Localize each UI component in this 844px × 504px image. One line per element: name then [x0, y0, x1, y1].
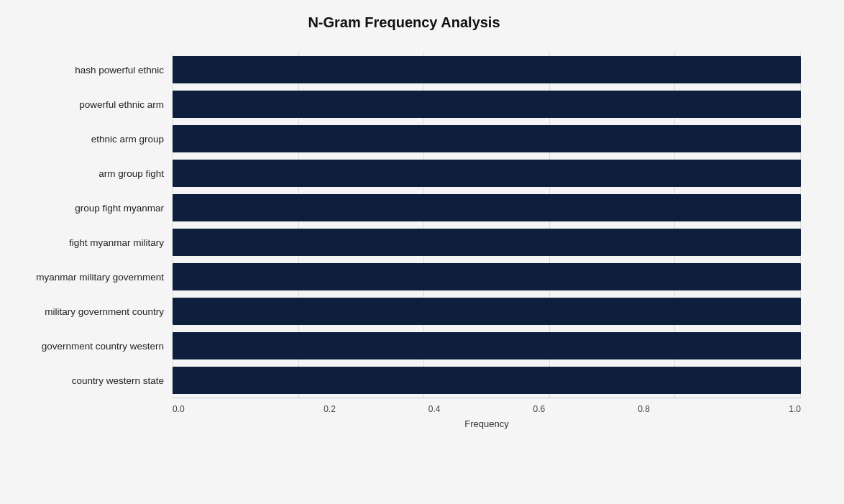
bars-section: hash powerful ethnicpowerful ethnic arme… — [7, 52, 801, 398]
bar-fill — [173, 125, 801, 152]
bar-track — [173, 298, 801, 325]
x-axis: 0.00.20.40.60.81.0 — [173, 398, 801, 414]
x-tick: 0.8 — [592, 404, 697, 414]
bar-row: group fight myanmar — [7, 191, 801, 225]
chart-container: N-Gram Frequency Analysis hash powerful … — [0, 0, 844, 504]
bar-row: arm group fight — [7, 156, 801, 191]
bar-label: powerful ethnic arm — [7, 99, 173, 110]
bar-label: group fight myanmar — [7, 203, 173, 214]
bar-track — [173, 367, 801, 394]
x-tick: 0.4 — [382, 404, 487, 414]
bar-row: fight myanmar military — [7, 225, 801, 260]
bar-label: fight myanmar military — [7, 237, 173, 248]
bar-row: ethnic arm group — [7, 122, 801, 156]
bar-track — [173, 160, 801, 187]
bar-label: arm group fight — [7, 168, 173, 179]
bar-fill — [173, 263, 801, 290]
bar-row: military government country — [7, 294, 801, 329]
bar-label: hash powerful ethnic — [7, 65, 173, 75]
bar-fill — [173, 194, 801, 221]
x-axis-label: Frequency — [173, 418, 801, 429]
bar-label: ethnic arm group — [7, 134, 173, 145]
bar-label: myanmar military government — [7, 272, 173, 283]
bar-row: government country western — [7, 329, 801, 363]
bar-row: myanmar military government — [7, 260, 801, 294]
bar-label: country western state — [7, 375, 173, 386]
bar-fill — [173, 298, 801, 325]
bar-fill — [173, 229, 801, 256]
bar-fill — [173, 332, 801, 359]
bar-row: country western state — [7, 363, 801, 398]
bar-fill — [173, 91, 801, 118]
bar-track — [173, 91, 801, 118]
x-tick: 1.0 — [696, 404, 801, 414]
x-tick: 0.6 — [487, 404, 592, 414]
bar-track — [173, 229, 801, 256]
bar-track — [173, 263, 801, 290]
bar-label: military government country — [7, 306, 173, 317]
x-tick: 0.0 — [173, 404, 277, 414]
bar-track — [173, 194, 801, 221]
x-tick: 0.2 — [277, 404, 382, 414]
chart-area: hash powerful ethnicpowerful ethnic arme… — [7, 52, 801, 427]
bar-fill — [173, 160, 801, 187]
bar-track — [173, 332, 801, 359]
bar-fill — [173, 56, 801, 83]
bar-track — [173, 125, 801, 152]
bar-row: hash powerful ethnic — [7, 52, 801, 87]
bar-track — [173, 56, 801, 83]
bar-row: powerful ethnic arm — [7, 87, 801, 122]
chart-title: N-Gram Frequency Analysis — [7, 14, 801, 31]
bar-fill — [173, 367, 801, 394]
bar-label: government country western — [7, 341, 173, 352]
